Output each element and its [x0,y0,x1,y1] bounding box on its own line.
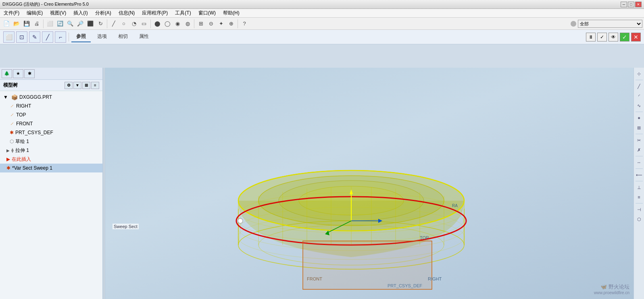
tree-item-root[interactable]: ▼ 📦 DXGGGG.PRT [0,93,102,102]
tree-label-insert: 在此插入 [12,156,31,163]
print-button[interactable]: 🖨 [32,19,42,29]
tree-item-sweep1[interactable]: ✱ *Var Sect Sweep 1 [0,164,102,172]
menu-edit[interactable]: 编辑(E) [25,9,45,17]
panel-tab-bar: 🌲 ★ ✱ [0,68,102,80]
rt-spline-button[interactable]: ∿ [635,101,644,110]
menu-analysis[interactable]: 分析(A) [93,9,113,17]
rt-mirror-button[interactable]: ⊣ [635,205,644,214]
rt-constraint-button[interactable]: ⊥ [635,183,644,192]
menu-help[interactable]: 帮助(H) [221,9,242,17]
svg-point-25 [238,218,243,223]
hidden-button[interactable]: ◉ [173,19,182,29]
tab-reference[interactable]: 参照 [71,31,91,42]
tree-item-sketch1[interactable]: ⬡ 草绘 1 [0,137,102,146]
open-button[interactable]: 📂 [12,19,21,29]
menu-tools[interactable]: 工具(T) [173,9,193,17]
save-button[interactable]: 💾 [22,19,31,29]
tab-properties[interactable]: 属性 [134,31,154,42]
plane-icon-right: ⟋ [10,103,15,109]
new-button[interactable]: 📄 [2,19,11,29]
tree-item-insert-here[interactable]: ▶ 在此插入 [0,155,102,164]
zoom-out-button[interactable]: 🔍 [65,19,75,29]
minimize-button[interactable]: ─ [621,2,627,7]
maximize-button[interactable]: □ [628,2,634,7]
feature-option1[interactable]: ✎ [29,31,40,43]
tree-item-front[interactable]: ⟋ FRONT [0,119,102,128]
menu-insert[interactable]: 插入(I) [71,9,90,17]
panel-tab-fav[interactable]: ★ [13,69,23,78]
model-svg: TOP FRONT RIGHT PRT_CSYS_DEF RA [170,88,533,297]
rt-offset-button[interactable]: ⊞ [635,123,644,132]
tree-item-extrude1[interactable]: ▶ ⧫ 拉伸 1 [0,146,102,155]
tab-options[interactable]: 选项 [92,31,112,42]
arc-button[interactable]: ◔ [129,19,139,29]
menu-file[interactable]: 文件(F) [2,9,21,17]
menu-view[interactable]: 视图(V) [48,9,68,17]
feature-option3[interactable]: ⌐ [55,31,66,43]
no-hidden-button[interactable]: ◍ [183,19,192,29]
tree-label-extrude1: 拉伸 1 [15,147,29,154]
rect-button[interactable]: ▭ [139,19,149,29]
zoom-in-button[interactable]: 🔎 [75,19,85,29]
rt-delete-button[interactable]: ✗ [635,145,644,154]
datum-point-button[interactable]: ✦ [216,19,226,29]
expand-icon-extrude: ▶ [6,148,10,153]
circle-button[interactable]: ○ [119,19,129,29]
panel-tab-extra[interactable]: ✱ [24,69,35,78]
menu-info[interactable]: 信息(N) [117,9,137,17]
menu-applications[interactable]: 应用程序(P) [140,9,170,17]
title-bar: DXGGGG (活动的) - Creo Elements/Pro 5.0 ─ □… [0,0,644,9]
svg-text:FRONT: FRONT [307,276,322,281]
filter-select[interactable]: 全部 [578,20,642,28]
plane-icon-front: ⟋ [10,121,15,127]
close-button[interactable]: ✕ [635,2,642,7]
line-button[interactable]: ╱ [109,19,119,29]
cancel-button[interactable]: ✕ [631,33,641,42]
rt-move-button[interactable]: ↔ [635,158,644,167]
rotate-button[interactable]: ↻ [96,19,105,29]
tree-item-csys[interactable]: ✱ PRT_CSYS_DEF [0,128,102,137]
rt-select-button[interactable]: ⊹ [635,69,644,78]
feature-option2[interactable]: ╱ [42,31,53,43]
zoom-window-button[interactable]: ⬛ [85,19,95,29]
rt-sep-5 [636,168,643,169]
tree-settings-button[interactable]: ⚙ [65,82,73,89]
help-button[interactable]: ? [240,19,249,29]
svg-rect-32 [303,241,432,289]
separator-4 [194,19,194,28]
rt-line-button[interactable]: ╱ [635,82,644,91]
pause-button[interactable]: ⏸ [586,33,596,42]
shaded-button[interactable]: ⬤ [152,19,162,29]
tree-item-right[interactable]: ⟋ RIGHT [0,102,102,110]
rt-param-button[interactable]: ≡ [635,193,644,201]
tree-expand-button[interactable]: ≡ [91,82,99,89]
sketch-plane-button[interactable]: ⬜ [3,31,15,43]
rt-group-button[interactable]: ⬡ [635,215,644,224]
orientation-button[interactable]: 🔄 [55,19,65,29]
tab-tangent[interactable]: 相切 [113,31,133,42]
ok-button[interactable]: ✓ [620,33,629,42]
datum-plane-button[interactable]: ⊞ [196,19,206,29]
rt-trim-button[interactable]: ✂ [635,136,644,145]
datum-axis-button[interactable]: ⊝ [206,19,216,29]
separator-3 [150,19,151,28]
menu-window[interactable]: 窗口(W) [196,9,218,17]
rt-point-button[interactable]: ✦ [635,114,644,123]
panel-tab-tree[interactable]: 🌲 [2,69,12,78]
wireframe-button[interactable]: ◯ [163,19,172,29]
rt-dim-button[interactable]: ⟵ [635,170,644,179]
rt-arc-button[interactable]: ◜ [635,91,644,100]
viewport[interactable]: TOP FRONT RIGHT PRT_CSYS_DEF RA Sweep Se… [105,68,634,299]
csys-button[interactable]: ⊕ [226,19,236,29]
tree-item-top[interactable]: ⟋ TOP [0,110,102,119]
tree-label-sketch1: 草绘 1 [15,138,29,145]
menu-bar: 文件(F) 编辑(E) 视图(V) 插入(I) 分析(A) 信息(N) 应用程序… [0,9,644,18]
tree-columns-button[interactable]: ⊞ [82,82,90,89]
preview-button[interactable]: 👁 [609,33,618,42]
verify-button[interactable]: ✓ [597,33,607,42]
action-buttons: ⏸ ✓ 👁 ✓ ✕ [586,33,641,42]
sweep-icon: ✱ [6,165,10,171]
repaint-button[interactable]: ⬜ [45,19,55,29]
flip-button[interactable]: ⊡ [16,31,27,43]
tree-filter-button[interactable]: ▼ [73,82,81,89]
